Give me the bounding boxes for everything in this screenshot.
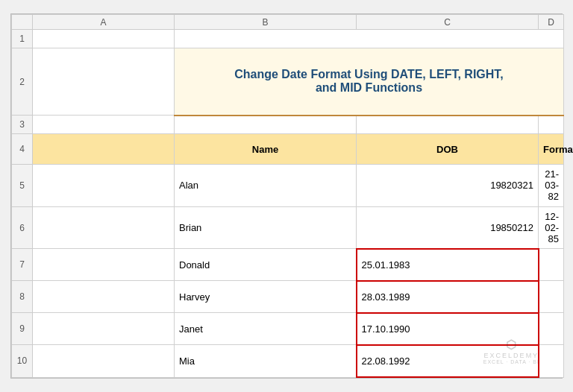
row-header-9: 9 [12,313,33,345]
cell-format-donald[interactable] [539,249,564,281]
cell-dob-harvey[interactable]: 28.03.1989 [357,281,539,313]
cell-b3[interactable] [175,116,357,134]
cell-name-janet[interactable]: Janet [175,313,357,345]
table-row: 3 [12,116,564,134]
header-name: Name [175,134,357,165]
cell-a5[interactable] [33,165,175,207]
cell-format-brian[interactable]: 12-02-85 [539,206,564,249]
cell-name-mia[interactable]: Mia [175,345,357,377]
cell-a10[interactable] [33,345,175,377]
cell-b1[interactable] [175,30,564,48]
table-row: 1 [12,30,564,48]
table-row: 6 Brian 19850212 12-02-85 [12,206,564,249]
title-row: 2 Change Date Format Using DATE, LEFT, R… [12,48,564,116]
cell-a7[interactable] [33,249,175,281]
col-header-b[interactable]: B [175,15,357,30]
cell-format-alan[interactable]: 21-03-82 [539,165,564,207]
table-row: 7 Donald 25.01.1983 [12,249,564,281]
cell-format-janet[interactable] [539,313,564,345]
row-header-8: 8 [12,281,33,313]
cell-name-donald[interactable]: Donald [175,249,357,281]
cell-name-harvey[interactable]: Harvey [175,281,357,313]
cell-dob-alan[interactable]: 19820321 [357,165,539,207]
row-header-4: 4 [12,134,33,165]
table-row: 8 Harvey 28.03.1989 [12,281,564,313]
table-row: 9 Janet 17.10.1990 [12,313,564,345]
cell-a9[interactable] [33,313,175,345]
table-row: 10 Mia 22.08.1992 [12,345,564,377]
cell-name-brian[interactable]: Brian [175,206,357,249]
title-line1: Change Date Format Using DATE, LEFT, RIG… [181,68,557,81]
row-header-1: 1 [12,30,33,48]
data-header-row: 4 Name DOB Format [12,134,564,165]
row-header-10: 10 [12,345,33,377]
cell-format-harvey[interactable] [539,281,564,313]
corner-header [12,15,33,30]
col-header-c[interactable]: C [357,15,539,30]
cell-a3[interactable] [33,116,175,134]
cell-a4[interactable] [33,134,175,165]
cell-dob-brian[interactable]: 19850212 [357,206,539,249]
cell-name-alan[interactable]: Alan [175,165,357,207]
cell-dob-donald[interactable]: 25.01.1983 [357,249,539,281]
cell-d3[interactable] [539,116,564,134]
cell-a8[interactable] [33,281,175,313]
row-header-7: 7 [12,249,33,281]
cell-a6[interactable] [33,206,175,249]
title-line2: and MID Functions [181,81,557,95]
col-header-d[interactable]: D [539,15,564,30]
cell-dob-janet[interactable]: 17.10.1990 [357,313,539,345]
row-header-6: 6 [12,206,33,249]
row-header-2: 2 [12,48,33,116]
header-dob: DOB [357,134,539,165]
cell-a1[interactable] [33,30,175,48]
spreadsheet-title: Change Date Format Using DATE, LEFT, RIG… [175,48,564,116]
row-header-5: 5 [12,165,33,207]
cell-dob-mia[interactable]: 22.08.1992 [357,345,539,377]
header-format: Format [539,134,564,165]
cell-a2[interactable] [33,48,175,116]
table-row: 5 Alan 19820321 21-03-82 [12,165,564,207]
cell-format-mia[interactable] [539,345,564,377]
row-header-3: 3 [12,116,33,134]
col-header-a[interactable]: A [33,15,175,30]
cell-c3[interactable] [357,116,539,134]
spreadsheet: A B C D 1 2 Change Date Format Using DAT… [10,13,563,379]
